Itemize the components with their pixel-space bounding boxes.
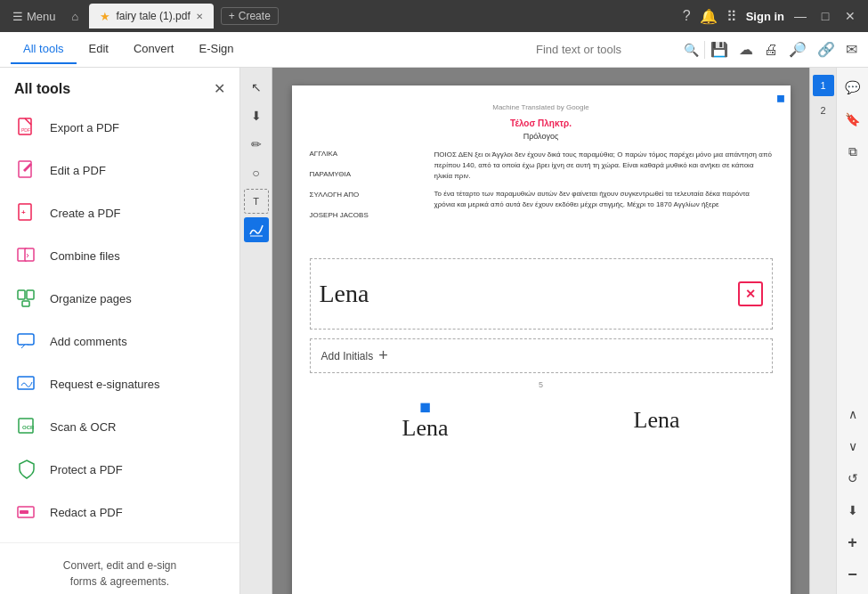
tab-star-icon: ★ (100, 10, 110, 23)
new-tab-button[interactable]: + Create (221, 7, 279, 25)
zoom-in-button[interactable]: + (840, 530, 865, 555)
export-pdf-icon: PDF (14, 115, 39, 140)
add-initials-label: Add Initials (321, 350, 374, 362)
redact-pdf-label: Redact a PDF (50, 506, 123, 519)
search-input[interactable] (536, 43, 678, 56)
signature-delete-button[interactable]: ✕ (738, 281, 763, 306)
document-columns: ΑΓΓΛΙΚΑ ΠΑΡΑΜΥΘΙΑ ΣΥΛΛΟΓΗ ΑΠΟ JOSEPH JAC… (310, 150, 773, 232)
copy-button[interactable]: ⧉ (840, 139, 865, 164)
create-pdf-label: Create a PDF (50, 207, 120, 220)
navbar: All tools Edit Convert E-Sign 🔍 💾 ☁ 🖨 🔎 … (0, 32, 868, 68)
page-corner-indicator: ◼ (776, 91, 785, 104)
minimize-button[interactable]: — (790, 5, 811, 27)
cursor-tool[interactable]: ↖ (244, 75, 269, 100)
bookmark-button[interactable]: 🔖 (840, 107, 865, 132)
document-left-col: ΑΓΓΛΙΚΑ ΠΑΡΑΜΥΘΙΑ ΣΥΛΛΟΓΗ ΑΠΟ JOSEPH JAC… (310, 150, 417, 232)
bottom-sig-icon-1: ◼ (419, 398, 431, 415)
comments-panel-button[interactable]: 💬 (840, 75, 865, 100)
sidebar-item-organize[interactable]: Organize pages (0, 277, 239, 320)
rotate-button[interactable]: ↺ (840, 466, 865, 491)
download-button[interactable]: ⬇ (840, 498, 865, 523)
page-num-1[interactable]: 1 (813, 75, 834, 96)
link-icon[interactable]: 🔗 (817, 41, 835, 58)
svg-rect-15 (20, 510, 28, 514)
doc-left-item-0: ΑΓΓΛΙΚΑ (310, 150, 417, 158)
insert-tool[interactable]: ⬇ (244, 103, 269, 128)
page-corner-icon: ◼ (776, 92, 785, 104)
search-icon[interactable]: 🔍 (684, 43, 699, 57)
email-icon[interactable]: ✉ (846, 41, 857, 58)
sidebar-item-combine[interactable]: Combine files (0, 234, 239, 277)
document-area: Machine Translated by Google Τέλοσ Πληκτ… (272, 68, 809, 594)
nav-item-edit[interactable]: Edit (77, 35, 121, 64)
apps-icon[interactable]: ⠿ (726, 8, 737, 25)
sidebar-item-export-pdf[interactable]: PDF Export a PDF (0, 106, 239, 149)
maximize-button[interactable]: □ (815, 5, 836, 27)
home-button[interactable]: ⌂ (67, 6, 85, 27)
notification-icon[interactable]: 🔔 (700, 8, 718, 25)
shapes-tool[interactable]: ○ (244, 160, 269, 185)
main-area: All tools ✕ PDF Export a PDF Edit a PDF … (0, 68, 868, 594)
export-pdf-label: Export a PDF (50, 121, 119, 134)
sidebar-close-button[interactable]: ✕ (214, 80, 225, 97)
doc-left-item-1: ΠΑΡΑΜΥΘΙΑ (310, 170, 417, 178)
doc-left-item-3: JOSEPH JACOBS (310, 211, 417, 219)
menu-label: Menu (27, 10, 56, 23)
toolbar-strip: ↖ ⬇ ✏ ○ T (240, 68, 272, 594)
topbar: ☰ Menu ⌂ ★ fairy tale (1).pdf ✕ + Create… (0, 0, 868, 32)
sidebar-footer-text: Convert, edit and e-signforms & agreemen… (14, 557, 225, 590)
edit-pdf-label: Edit a PDF (50, 164, 106, 177)
page-num-2[interactable]: 2 (813, 100, 834, 121)
bottom-signature-1: Lena (402, 415, 449, 442)
add-initials-plus-icon: + (378, 346, 388, 365)
sidebar-item-comments[interactable]: Add comments (0, 320, 239, 362)
zoom-out-button[interactable]: − (840, 562, 865, 587)
scroll-down-button[interactable]: ∨ (840, 434, 865, 459)
signature-box[interactable]: Lena ✕ (310, 258, 773, 330)
sidebar-item-protect[interactable]: Protect a PDF (0, 448, 239, 491)
document-subtitle: Πρόλογος (310, 132, 773, 141)
tab-bar: ★ fairy tale (1).pdf ✕ + Create (89, 4, 677, 28)
sidebar-footer: Convert, edit and e-signforms & agreemen… (0, 542, 239, 594)
help-icon[interactable]: ? (683, 8, 691, 24)
bottom-signature-2: Lena (634, 407, 680, 434)
sidebar-item-esignatures[interactable]: Request e-signatures (0, 362, 239, 405)
tab-title: fairy tale (1).pdf (116, 10, 190, 22)
active-tab[interactable]: ★ fairy tale (1).pdf ✕ (89, 4, 213, 28)
combine-icon (14, 243, 39, 268)
nav-item-convert[interactable]: Convert (121, 35, 187, 64)
nav-item-esign[interactable]: E-Sign (186, 35, 246, 64)
svg-text:PDF: PDF (21, 127, 30, 133)
pencil-tool[interactable]: ✏ (244, 132, 269, 157)
tab-close-button[interactable]: ✕ (196, 12, 203, 21)
svg-rect-10 (18, 334, 34, 345)
edit-pdf-icon (14, 158, 39, 183)
redact-icon (14, 500, 39, 525)
signature-tool[interactable] (244, 217, 269, 242)
organize-icon (14, 286, 39, 311)
zoom-icon[interactable]: 🔎 (789, 41, 807, 58)
menu-button[interactable]: ☰ Menu (7, 6, 61, 27)
sidebar-item-scan-ocr[interactable]: OCR Scan & OCR (0, 405, 239, 448)
save-icon[interactable]: 💾 (710, 41, 728, 58)
esign-icon (14, 371, 39, 396)
sidebar-item-edit-pdf[interactable]: Edit a PDF (0, 149, 239, 191)
sign-in-button[interactable]: Sign in (746, 10, 784, 23)
close-button[interactable]: ✕ (840, 5, 861, 27)
sidebar-item-create-pdf[interactable]: + Create a PDF (0, 191, 239, 234)
add-initials-row[interactable]: Add Initials + (310, 338, 773, 373)
text-tool[interactable]: T (244, 189, 269, 214)
svg-rect-6 (25, 248, 34, 261)
combine-label: Combine files (50, 249, 120, 263)
nav-item-all-tools[interactable]: All tools (11, 35, 77, 64)
window-controls: — □ ✕ (790, 5, 861, 27)
sidebar-header: All tools ✕ (0, 68, 239, 106)
page-number: 5 (292, 380, 791, 389)
svg-rect-9 (22, 301, 29, 306)
sidebar-item-redact[interactable]: Redact a PDF (0, 491, 239, 533)
scroll-up-button[interactable]: ∧ (840, 402, 865, 427)
svg-rect-7 (18, 290, 25, 299)
organize-label: Organize pages (50, 292, 132, 305)
upload-icon[interactable]: ☁ (739, 41, 753, 58)
print-icon[interactable]: 🖨 (764, 42, 778, 58)
